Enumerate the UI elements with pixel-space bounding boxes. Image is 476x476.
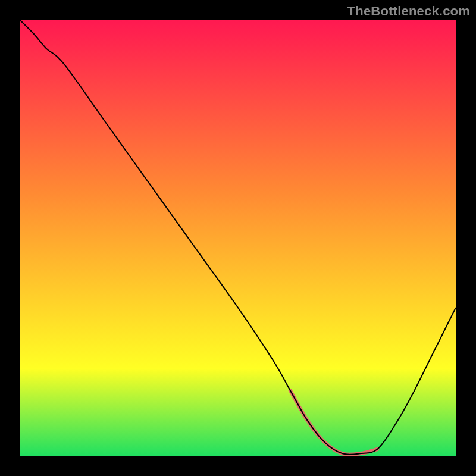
chart-frame: TheBottleneck.com (0, 0, 476, 476)
chart-svg (20, 20, 456, 456)
gradient-background (20, 20, 456, 456)
watermark-text: TheBottleneck.com (347, 4, 470, 19)
plot-area (20, 20, 456, 456)
